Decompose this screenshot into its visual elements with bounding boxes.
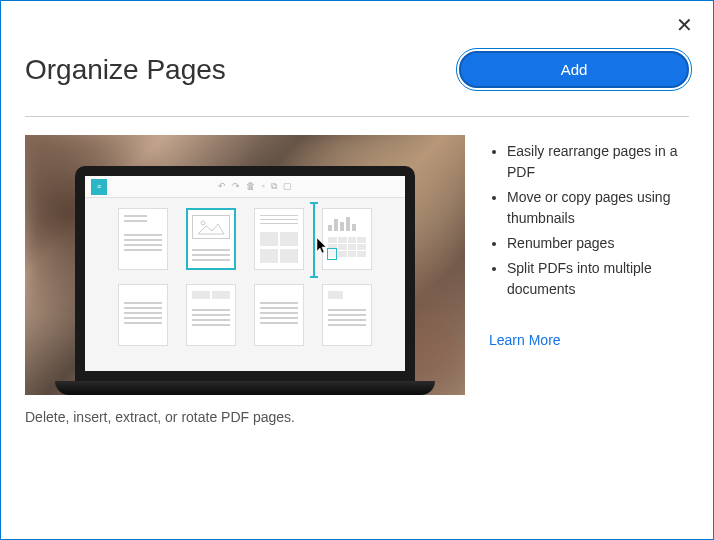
page-thumbnail-selected	[186, 208, 236, 270]
thumbnail-grid	[85, 198, 405, 356]
feature-list: Easily rearrange pages in a PDF Move or …	[489, 141, 689, 300]
dialog-container: Organize Pages Add ≡ ↶ ↷ 🗑	[1, 1, 713, 449]
image-icon	[192, 215, 230, 239]
laptop-frame: ≡ ↶ ↷ 🗑 ▫ ⧉ ▢	[75, 166, 415, 381]
copy-icon: ⧉	[271, 181, 277, 192]
page-thumbnail	[254, 284, 304, 346]
feature-item: Split PDFs into multiple documents	[507, 258, 689, 300]
page-icon: ▫	[261, 181, 264, 192]
app-badge-icon: ≡	[91, 179, 107, 195]
laptop-base	[55, 381, 435, 395]
page-thumbnail	[118, 284, 168, 346]
divider	[25, 116, 689, 117]
toolbar-icons: ↶ ↷ 🗑 ▫ ⧉ ▢	[218, 181, 291, 192]
drop-indicator	[313, 202, 315, 278]
rotate-right-icon: ↷	[232, 181, 240, 192]
app-toolbar: ≡ ↶ ↷ 🗑 ▫ ⧉ ▢	[85, 176, 405, 198]
page-thumbnail	[254, 208, 304, 270]
page-thumbnail	[118, 208, 168, 270]
svg-point-0	[201, 221, 205, 225]
feature-item: Renumber pages	[507, 233, 689, 254]
page-thumbnail	[186, 284, 236, 346]
laptop-screen: ≡ ↶ ↷ 🗑 ▫ ⧉ ▢	[85, 176, 405, 371]
header: Organize Pages Add	[25, 51, 689, 88]
trash-icon: 🗑	[246, 181, 255, 192]
learn-more-link[interactable]: Learn More	[489, 332, 561, 348]
page-thumbnail	[322, 284, 372, 346]
rotate-left-icon: ↶	[218, 181, 226, 192]
caption-text: Delete, insert, extract, or rotate PDF p…	[25, 409, 465, 425]
feature-item: Easily rearrange pages in a PDF	[507, 141, 689, 183]
laptop-graphic: ≡ ↶ ↷ 🗑 ▫ ⧉ ▢	[55, 166, 435, 395]
right-column: Easily rearrange pages in a PDF Move or …	[489, 135, 689, 425]
add-button[interactable]: Add	[459, 51, 689, 88]
left-column: ≡ ↶ ↷ 🗑 ▫ ⧉ ▢	[25, 135, 465, 425]
close-button[interactable]: ✕	[668, 9, 701, 41]
page-title: Organize Pages	[25, 54, 226, 86]
feature-item: Move or copy pages using thumbnails	[507, 187, 689, 229]
cursor-icon	[317, 238, 331, 257]
extract-icon: ▢	[283, 181, 292, 192]
content-row: ≡ ↶ ↷ 🗑 ▫ ⧉ ▢	[25, 135, 689, 425]
feature-illustration: ≡ ↶ ↷ 🗑 ▫ ⧉ ▢	[25, 135, 465, 395]
